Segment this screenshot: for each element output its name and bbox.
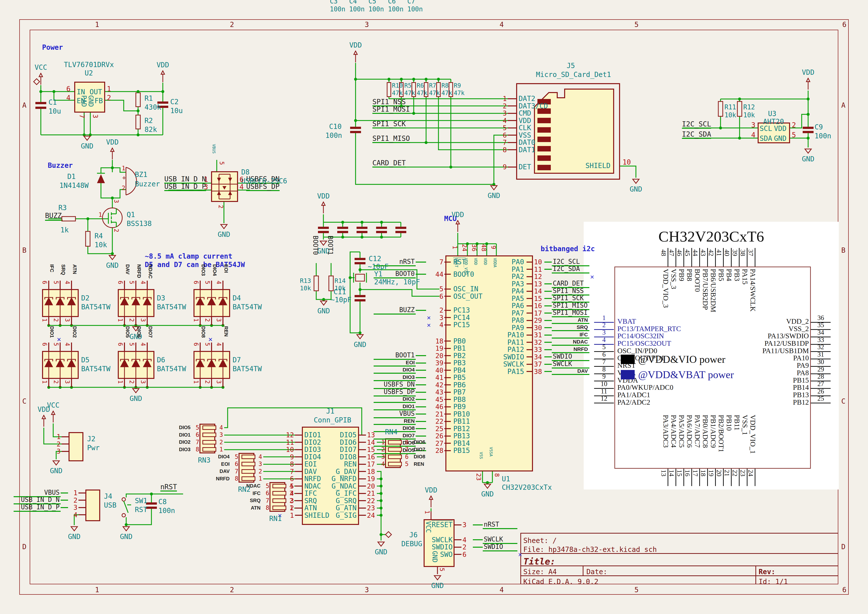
c10-ref: C10 xyxy=(329,123,342,130)
sw1-ref: SW1 xyxy=(135,498,147,504)
j6-pin-row: SWDIO 2 SWDIO xyxy=(427,543,523,551)
u1-pin24-num: 24 xyxy=(462,244,468,251)
gnd-label: GND xyxy=(213,230,235,239)
j2-pin: 1 xyxy=(51,433,68,440)
d8-value: USBLC6-2SC6 xyxy=(241,178,287,185)
u1-pin8-num: 8 xyxy=(494,473,500,477)
u3-pin5-num: 5 xyxy=(792,132,796,139)
u1-pin23-num: 23 xyxy=(476,473,482,481)
u1-right-pins: I2C_SCL 10 PA0 I2C_SDA 11 PA1 12 xyxy=(481,258,595,375)
r13-value: 10k xyxy=(300,285,311,291)
d8-pin6-num: 6 xyxy=(240,176,244,183)
rn-element: 1 8 DIO6 xyxy=(354,439,436,446)
c2-ref: C2 xyxy=(170,99,179,105)
u1-ref: U1 xyxy=(502,476,510,482)
pin-net-label: DIO2 xyxy=(374,396,416,403)
pin-net-label: BUZZ xyxy=(374,306,416,315)
usb-connector-j4-body[interactable] xyxy=(85,490,100,521)
j4-pins: VBUS 1 USB_IN_D_N 2 USB_IN_D_P 3 4 xyxy=(14,489,85,518)
c8-value: 100n xyxy=(158,507,175,514)
j5-pin: 7 DAT0 xyxy=(495,139,570,146)
rn-element: ATN8 1 xyxy=(238,504,321,512)
pin-net-label: EOI xyxy=(374,360,416,366)
r14-ref: R14 xyxy=(335,278,346,284)
pin-net-label: SWCLK xyxy=(552,360,589,369)
r1-value: 430k xyxy=(144,104,161,111)
u3-value: AHT20 xyxy=(763,118,784,125)
pin-net-label: BOOT1 xyxy=(374,351,416,360)
u1-pin-row: DAV 38 PA15 xyxy=(481,368,595,375)
diode-array[interactable]: 6 5 4 DIO1 DIO2 ✕ 1 2 3 D5 BAT54TW xyxy=(42,351,79,379)
u2-pin-gnd: GND xyxy=(88,95,94,107)
diode-array[interactable]: 6 5 4 DIO5 DIO6 DIO7 1 2 3 D6 BAT54TW xyxy=(118,351,154,379)
net-label-card-det: CARD_DET xyxy=(372,160,406,167)
pin-net-label: BOOT0 xyxy=(374,270,416,278)
u1-pin-row: VBUS 21 PB10 xyxy=(374,411,559,418)
c8-ref: C8 xyxy=(158,498,167,505)
u1-pin1-num: 1 xyxy=(452,245,458,249)
u3-pin2-num: 2 xyxy=(792,122,796,129)
usblc6-d8-body[interactable] xyxy=(211,171,238,202)
d1-ref: D1 xyxy=(67,173,76,180)
gnd-label: GND xyxy=(63,533,85,541)
u1-pin-row: SPI1_NSS 14 PA4 xyxy=(481,288,595,295)
c9-value: 100n xyxy=(815,133,831,140)
rn-element: NDAC5 4 xyxy=(238,482,321,490)
j2-pin: 3 xyxy=(51,448,68,455)
rn1-ref: RN1 xyxy=(269,515,282,522)
j5-shield-num: 10 xyxy=(623,159,631,166)
j4-pin: USB_IN_D_N 2 xyxy=(14,497,85,504)
u1-pin-row: REN 22 PB11 xyxy=(374,418,559,425)
j1-pin-row: G_NDAC 20 xyxy=(320,482,377,490)
d8-pin3-num: 3 xyxy=(204,184,208,191)
j5-value: Micro_SD_Card_Det1 xyxy=(536,71,611,78)
u2-pin-in: IN xyxy=(77,88,85,96)
u1-pin-row: SPI1_SCK 15 PA5 xyxy=(481,295,595,302)
r12-ref: R12 xyxy=(743,104,755,110)
r3-value: 1k xyxy=(60,227,69,234)
r3-ref: R3 xyxy=(58,205,67,211)
r13-ref: R13 xyxy=(300,278,311,284)
c1-value: 10u xyxy=(48,108,61,115)
rn2-ref: RN2 xyxy=(238,486,251,493)
u1-pin-row: I2C_SDA 11 PA1 xyxy=(481,266,595,273)
pin-net-label: nRST xyxy=(374,258,416,266)
net-label-nrst: nRST xyxy=(160,484,177,492)
d1-value: 1N4148W xyxy=(59,182,88,189)
u1-pin-row: I2C_SCL 10 PA0 xyxy=(481,258,595,266)
diode-array[interactable]: 6 5 4 DAV NRFD NDAC 1 2 3 D3 BAT54TW xyxy=(118,289,154,317)
d8-pin1-num: 1 xyxy=(204,176,208,183)
d8-pin4-num: 4 xyxy=(240,184,244,191)
rn-element: DIO45 4 xyxy=(207,453,290,460)
j1-pin-row: DIO5 13 xyxy=(320,431,377,439)
j2-value: Pwr xyxy=(87,445,100,451)
u1-pin-row: NDAC 32 PA11 xyxy=(481,339,595,346)
u2-pin7-num: 7 xyxy=(79,114,85,118)
diode-array[interactable]: 6 5 4 DIO3 DIO4 EOI 1 2 3 D4 BAT54TW xyxy=(194,289,230,317)
diode-array[interactable]: 6 5 4 DIO8 REN ✕ 1 2 3 D7 BAT54TW xyxy=(194,351,230,379)
diode-array[interactable]: 6 5 4 IFC SRQ ATN 1 2 3 D2 BAT54TW xyxy=(42,289,79,317)
pwr-connector-j2-body[interactable] xyxy=(68,432,84,461)
gnd-label: GND xyxy=(313,307,335,315)
r4-value: 10k xyxy=(95,242,107,248)
q1-ref: Q1 xyxy=(127,211,135,218)
u1-pin48-num: 48 xyxy=(481,244,487,251)
net-label-spi1-miso: SPI1_MISO xyxy=(372,135,410,143)
pin-net-label: DIO1 xyxy=(374,403,416,410)
pin-net-label: DIO3 xyxy=(374,374,416,381)
rn-element: 4 5 REN xyxy=(354,460,436,468)
j1-pin-row: G_ATN 23 xyxy=(320,504,377,512)
j4-pin: USB_IN_D_P 3 xyxy=(14,504,85,511)
rn-element: DIO27 2 xyxy=(168,439,250,446)
u2-pin-pad: PAD xyxy=(81,95,87,107)
gnd-label: GND xyxy=(349,341,371,349)
u1-pin-row: DIO2 45 PB8 xyxy=(374,396,559,403)
gnd-label: GND xyxy=(115,533,137,541)
bz1-ref: BZ1 xyxy=(135,171,147,178)
power-net-label: VDD xyxy=(31,405,56,414)
net-label-i2c-sda: I2C_SDA xyxy=(682,131,711,139)
j1-pin-row: G_SIG 24 xyxy=(320,512,377,519)
pin-net-label: IFC xyxy=(552,332,589,338)
u1-pin36-num: 36 xyxy=(471,244,477,251)
power-net-label: VDD xyxy=(445,211,470,219)
